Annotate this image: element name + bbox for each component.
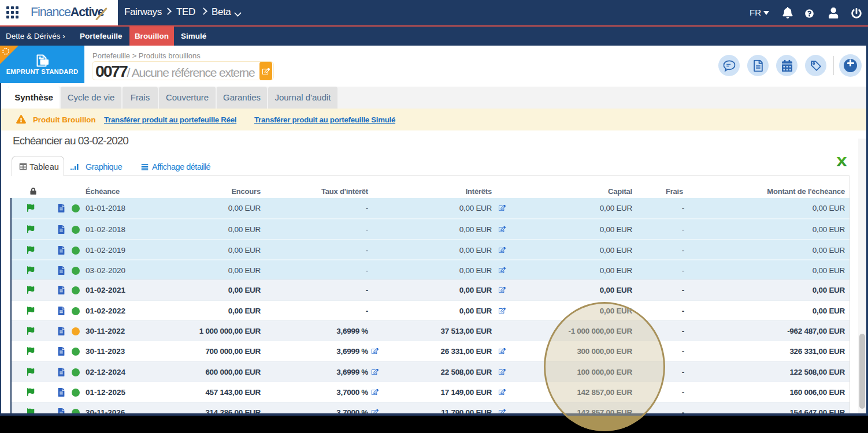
svg-text:x: x	[836, 151, 847, 167]
